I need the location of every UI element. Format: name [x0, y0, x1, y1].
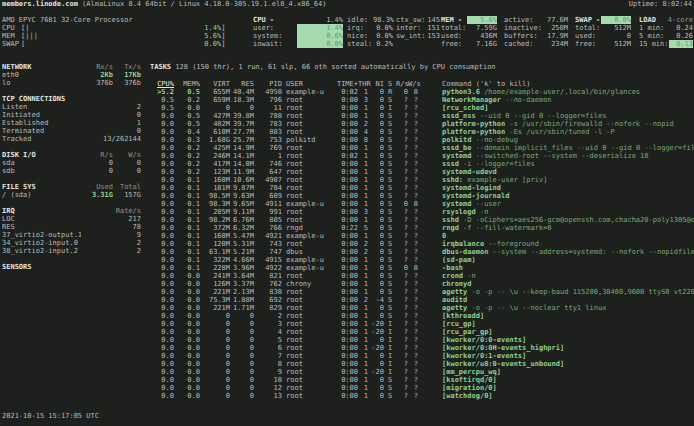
process-row[interactable]: 0.00.2246M14.1M1root0:0210S??systemd --s…	[150, 152, 694, 160]
process-row[interactable]: 0.00.00013root0:0010S??[watchdog/0]	[150, 392, 694, 400]
process-row[interactable]: 0.00.0221M2.13M830root0:0010S??agetty -o…	[150, 288, 694, 296]
process-row[interactable]: 0.00.1101M9.87M784root0:0010S??systemd-l…	[150, 184, 694, 192]
column-header-time[interactable]: TIME+	[332, 80, 358, 88]
cell-virt: 63.1M	[200, 248, 230, 256]
process-row[interactable]: 0.00.1228M3.96M4922example-u0:0010S00-ba…	[150, 264, 694, 272]
process-row[interactable]: 0.00.00010root0:0010S??[ksoftirqd/0]	[150, 376, 694, 384]
column-header-thr[interactable]: THR	[358, 80, 368, 88]
column-header-state[interactable]: S	[388, 80, 396, 88]
cell-wps: ?	[408, 184, 418, 192]
process-row[interactable]: 0.00.0006root0:001-20I??[kworker/0:0H-ev…	[150, 344, 694, 352]
process-row[interactable]: 0.00.075.3M1.88M692root0:002-4S??auditd	[150, 296, 694, 304]
column-header-user[interactable]: USER	[286, 80, 332, 88]
cell-state: I	[388, 336, 396, 344]
process-row[interactable]: 0.00.1372M6.32M766rngd0:2250S??rngd -f -…	[150, 224, 694, 232]
cell-wps: ?	[408, 240, 418, 248]
column-header-virt[interactable]: VIRT	[200, 80, 230, 88]
process-row[interactable]: 0.00.0003root0:001-20I??[rcu_gp]	[150, 320, 694, 328]
process-row[interactable]: 0.00.31.68G25.7M753polkitd0:0080S??polki…	[150, 136, 694, 144]
cell-time: 0:00	[332, 336, 358, 344]
cell-cpu: 0.0	[150, 168, 174, 176]
glances-terminal[interactable]: members.linode.com (AlmaLinux 8.4 64bit …	[0, 0, 694, 426]
column-header-wps[interactable]: W/s	[408, 80, 418, 88]
cell-thr: 1	[358, 168, 368, 176]
process-row[interactable]: 0.00.0241M3.64M821root0:0010S??crond -n	[150, 272, 694, 280]
cell-rps: ?	[396, 128, 408, 136]
cell-res: 9.63M	[230, 192, 254, 200]
stat-row: SWAP -0.0%	[575, 16, 631, 24]
cell-state: I	[388, 104, 396, 112]
cell-res: 0	[230, 344, 254, 352]
cell-command: [kworker/0:0H-events_highpri]	[442, 344, 694, 352]
process-row[interactable]: 0.00.1160M10.6M4907root0:0010S??sshd: ex…	[150, 176, 694, 184]
cell-wps: ?	[408, 304, 418, 312]
cell-pid: 766	[254, 224, 282, 232]
cell-wps: ?	[408, 144, 418, 152]
process-row[interactable]: 0.00.1205M9.11M991root0:0030S??rsyslogd …	[150, 208, 694, 216]
cell-wps: ?	[408, 120, 418, 128]
item-value	[81, 207, 113, 215]
cell-res: 18.3M	[230, 96, 254, 104]
command-args: --foreground	[484, 240, 539, 248]
process-row[interactable]: 0.00.1322M4.66M4915example-u0:0010S??(sd…	[150, 256, 694, 264]
process-row[interactable]: 0.00.0009root0:001-20I??[mm_percpu_wq]	[150, 368, 694, 376]
command-name: sssd_nss	[442, 112, 476, 120]
process-row[interactable]: 0.00.0126M3.37M762chrony0:0010S??chronyd	[150, 280, 694, 288]
cell-user: dbus	[286, 248, 332, 256]
process-row[interactable]: 0.00.0008root0:0010I??[kworker/u8:0-even…	[150, 360, 694, 368]
cell-virt: 126M	[200, 280, 230, 288]
cell-mem: 0.0	[174, 280, 200, 288]
cell-command: systemd-journald	[442, 192, 694, 200]
column-header-res[interactable]: RES	[230, 80, 254, 88]
process-row[interactable]: 0.00.0221M1.71M829root0:0010S??agetty -o…	[150, 304, 694, 312]
process-row[interactable]: 0.00.2123M11.9M647root0:0010S??systemd-u…	[150, 168, 694, 176]
process-row[interactable]: 0.00.0004root0:001-20I??[rcu_par_gp]	[150, 328, 694, 336]
process-row[interactable]: 0.00.1160M5.47M4921example-u0:0010S??0	[150, 232, 694, 240]
column-header-cpu[interactable]: CPU%	[150, 80, 174, 88]
process-row[interactable]: 0.00.0002root0:0010S??[kthreadd]	[150, 312, 694, 320]
cell-time: 0:00	[332, 104, 358, 112]
cell-ni: -20	[368, 368, 384, 376]
process-row[interactable]: 0.00.0005root0:0010I??[kworker/0:0-event…	[150, 336, 694, 344]
process-row[interactable]: 0.00.00012root0:0010S??[migration/0]	[150, 384, 694, 392]
stat-value: 7.16G	[467, 40, 497, 48]
process-row[interactable]: 0.00.2417M14.0M746root0:0010S??sssd -i -…	[150, 160, 694, 168]
column-header-mem[interactable]: MEM%	[174, 80, 200, 88]
column-header-pid[interactable]: PID	[254, 80, 282, 88]
cell-virt: 322M	[200, 256, 230, 264]
cell-wps: ?	[408, 368, 418, 376]
cell-pid: 769	[254, 144, 282, 152]
process-row[interactable]: 0.00.198.5M9.63M609root0:0010S??systemd-…	[150, 192, 694, 200]
process-row[interactable]: 0.00.2425M14.9M769root0:0010S??sssd_be -…	[150, 144, 694, 152]
stat-value: 1.4%	[297, 16, 343, 24]
cell-rps: ?	[396, 352, 408, 360]
process-row[interactable]: 0.00.198.2M6.76M805root0:0010S??sshd -D …	[150, 216, 694, 224]
process-row[interactable]: 0.00.5427M39.8M780root0:0010S??sssd_nss …	[150, 112, 694, 120]
cell-thr: 1	[358, 152, 368, 160]
process-row[interactable]: 0.00.0007root0:0010I??[kworker/0:1-event…	[150, 352, 694, 360]
process-row[interactable]: 0.00.1120M5.31M743root0:0020S??irqbalanc…	[150, 240, 694, 248]
column-header-command[interactable]: Command ('k' to kill)	[442, 80, 694, 88]
cell-pid: 821	[254, 272, 282, 280]
stat-label: 15 min:	[639, 40, 669, 48]
command-name: sssd_be	[442, 144, 472, 152]
cell-thr: 1	[358, 280, 368, 288]
cell-ni: 0	[368, 360, 384, 368]
process-row[interactable]: 0.00.163.1M5.21M747dbus0:0020S??dbus-dae…	[150, 248, 694, 256]
cell-wps: ?	[408, 280, 418, 288]
process-row[interactable]: >5.20.5655M40.4M4950example-u0:0210R00py…	[150, 88, 694, 96]
section-header: NETWORKRx/sTx/s	[2, 63, 141, 71]
column-header-ni[interactable]: NI	[368, 80, 384, 88]
command-args: --no-debug	[472, 136, 518, 144]
process-row[interactable]: 0.00.5402M39.7M783root0:0020S??platform-…	[150, 120, 694, 128]
stat-value: 0.0%	[297, 40, 343, 48]
process-row[interactable]: 0.00.4610M27.7M803root0:0040S??platform-…	[150, 128, 694, 136]
cell-time: 0:00	[332, 96, 358, 104]
process-row[interactable]: 0.50.00011root0:0010I??[rcu_sched]	[150, 104, 694, 112]
process-row[interactable]: 0.50.2659M18.3M796root0:0030S??NetworkMa…	[150, 96, 694, 104]
cell-virt: 0	[200, 352, 230, 360]
column-header-rps[interactable]: R/s	[396, 80, 408, 88]
process-row[interactable]: 0.00.198.3M9.65M4911example-u0:0010S00sy…	[150, 200, 694, 208]
cell-cpu: 0.5	[150, 104, 174, 112]
command-name: [kworker/0:0-events]	[442, 336, 526, 344]
